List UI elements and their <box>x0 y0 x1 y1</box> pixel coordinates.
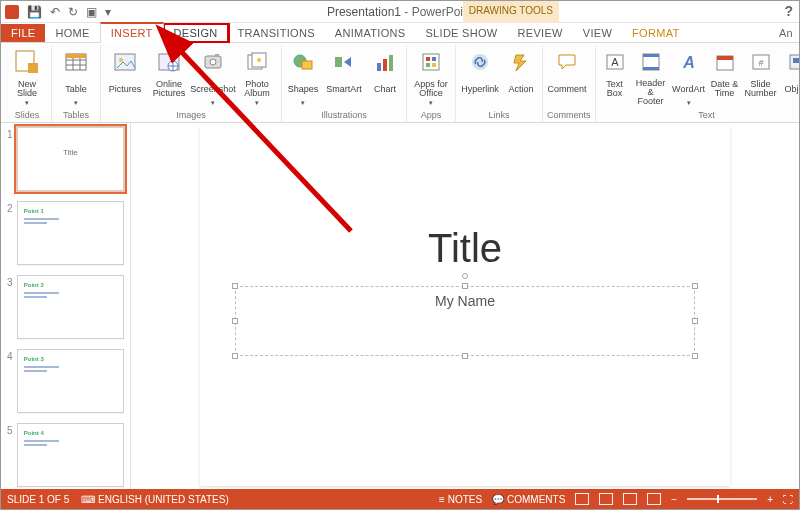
view-sorter-button[interactable] <box>599 493 613 505</box>
svg-rect-27 <box>432 57 436 61</box>
group-links: Hyperlink Action Links <box>456 45 543 122</box>
group-images: Pictures Online Pictures Screenshot▾ Pho… <box>101 45 282 122</box>
resize-handle-nw[interactable] <box>232 283 238 289</box>
thumbnail-slide-3[interactable]: 3Point 2 <box>7 275 124 339</box>
resize-handle-n[interactable] <box>462 283 468 289</box>
view-normal-button[interactable] <box>575 493 589 505</box>
comments-button[interactable]: 💬 COMMENTS <box>492 494 565 505</box>
tab-insert[interactable]: INSERT <box>100 22 164 43</box>
svg-rect-20 <box>335 57 342 67</box>
svg-rect-22 <box>377 63 381 71</box>
tab-file[interactable]: FILE <box>1 24 45 42</box>
svg-rect-24 <box>389 55 393 71</box>
table-button[interactable]: Table▾ <box>56 47 96 108</box>
group-apps: Apps for Office▾ Apps <box>407 45 456 122</box>
screenshot-button[interactable]: Screenshot▾ <box>193 47 233 108</box>
tab-review[interactable]: REVIEW <box>508 24 573 42</box>
slide-subtitle-text[interactable]: My Name <box>236 287 694 309</box>
group-label-apps: Apps <box>411 108 451 122</box>
object-button[interactable]: Object <box>782 47 799 108</box>
pictures-button[interactable]: Pictures <box>105 47 145 108</box>
thumbnail-number: 3 <box>7 275 17 339</box>
zoom-out-button[interactable]: − <box>671 494 677 505</box>
table-icon <box>61 47 91 77</box>
tab-format[interactable]: FORMAT <box>622 24 689 42</box>
thumbnail-preview[interactable]: Title <box>17 127 124 191</box>
new-slide-icon <box>12 47 42 77</box>
online-pictures-button[interactable]: Online Pictures <box>149 47 189 108</box>
svg-point-13 <box>210 59 216 65</box>
notes-button[interactable]: ≡ NOTES <box>439 494 482 505</box>
thumbnail-slide-2[interactable]: 2Point 1 <box>7 201 124 265</box>
tab-account[interactable]: An <box>769 24 799 42</box>
new-slide-button[interactable]: New Slide▾ <box>7 47 47 108</box>
resize-handle-e[interactable] <box>692 318 698 324</box>
svg-rect-23 <box>383 59 387 71</box>
photo-album-button[interactable]: Photo Album▾ <box>237 47 277 108</box>
slide-canvas-area[interactable]: Title My Name <box>131 123 799 489</box>
group-slides: New Slide▾ Slides <box>3 45 52 122</box>
rotate-handle[interactable] <box>462 273 468 279</box>
online-pictures-icon <box>154 47 184 77</box>
svg-rect-28 <box>426 63 430 67</box>
thumbnail-preview[interactable]: Point 3 <box>17 349 124 413</box>
thumbnail-number: 2 <box>7 201 17 265</box>
photo-album-icon <box>242 47 272 77</box>
thumbnail-slide-4[interactable]: 4Point 3 <box>7 349 124 413</box>
resize-handle-ne[interactable] <box>692 283 698 289</box>
svg-text:#: # <box>758 58 763 68</box>
date-time-button[interactable]: Date & Time <box>710 47 740 108</box>
apps-for-office-button[interactable]: Apps for Office▾ <box>411 47 451 108</box>
tab-view[interactable]: VIEW <box>573 24 622 42</box>
context-tab-drawing-tools[interactable]: DRAWING TOOLS <box>463 1 559 23</box>
view-slideshow-button[interactable] <box>647 493 661 505</box>
thumbnail-slide-5[interactable]: 5Point 4 <box>7 423 124 487</box>
slide-number-button[interactable]: #Slide Number <box>744 47 778 108</box>
group-label-illustrations: Illustrations <box>286 108 402 122</box>
resize-handle-sw[interactable] <box>232 353 238 359</box>
resize-handle-se[interactable] <box>692 353 698 359</box>
window-title: Presentation1 - PowerPoint <box>1 5 799 19</box>
fit-to-window-button[interactable]: ⛶ <box>783 494 793 505</box>
subtitle-placeholder[interactable]: My Name <box>235 286 695 356</box>
svg-marker-21 <box>344 57 351 67</box>
slide-thumbnails-panel[interactable]: 1Title2Point 13Point 24Point 35Point 4 <box>1 123 131 489</box>
textbox-button[interactable]: AText Box <box>600 47 630 108</box>
apps-icon <box>416 47 446 77</box>
shapes-button[interactable]: Shapes▾ <box>286 47 320 108</box>
thumbnail-preview[interactable]: Point 2 <box>17 275 124 339</box>
datetime-icon <box>710 47 740 77</box>
thumbnail-preview[interactable]: Point 1 <box>17 201 124 265</box>
hyperlink-button[interactable]: Hyperlink <box>460 47 500 108</box>
smartart-button[interactable]: SmartArt <box>324 47 364 108</box>
chart-button[interactable]: Chart <box>368 47 402 108</box>
action-button[interactable]: Action <box>504 47 538 108</box>
pictures-icon <box>110 47 140 77</box>
language-indicator[interactable]: ⌨ ENGLISH (UNITED STATES) <box>81 494 229 505</box>
help-button[interactable]: ? <box>784 3 793 19</box>
zoom-slider[interactable] <box>687 498 757 500</box>
tab-slideshow[interactable]: SLIDE SHOW <box>415 24 507 42</box>
group-label-tables: Tables <box>56 108 96 122</box>
svg-rect-1 <box>28 63 38 73</box>
tab-design[interactable]: DESIGN <box>164 24 228 42</box>
tab-home[interactable]: HOME <box>45 24 99 42</box>
thumbnail-slide-1[interactable]: 1Title <box>7 127 124 191</box>
tab-animations[interactable]: ANIMATIONS <box>325 24 416 42</box>
textbox-icon: A <box>600 47 630 77</box>
comment-button[interactable]: Comment <box>547 47 587 108</box>
group-text: AText Box Header & Footer AWordArt▾ Date… <box>596 45 799 122</box>
slide-surface[interactable]: Title My Name <box>200 126 730 486</box>
zoom-in-button[interactable]: + <box>767 494 773 505</box>
slide-title-text[interactable]: Title <box>200 226 730 271</box>
thumbnail-preview[interactable]: Point 4 <box>17 423 124 487</box>
view-reading-button[interactable] <box>623 493 637 505</box>
group-tables: Table▾ Tables <box>52 45 101 122</box>
resize-handle-w[interactable] <box>232 318 238 324</box>
svg-text:A: A <box>611 56 619 68</box>
tab-transitions[interactable]: TRANSITIONS <box>228 24 325 42</box>
hyperlink-icon <box>465 47 495 77</box>
header-footer-button[interactable]: Header & Footer <box>634 47 668 108</box>
wordart-button[interactable]: AWordArt▾ <box>672 47 706 108</box>
resize-handle-s[interactable] <box>462 353 468 359</box>
